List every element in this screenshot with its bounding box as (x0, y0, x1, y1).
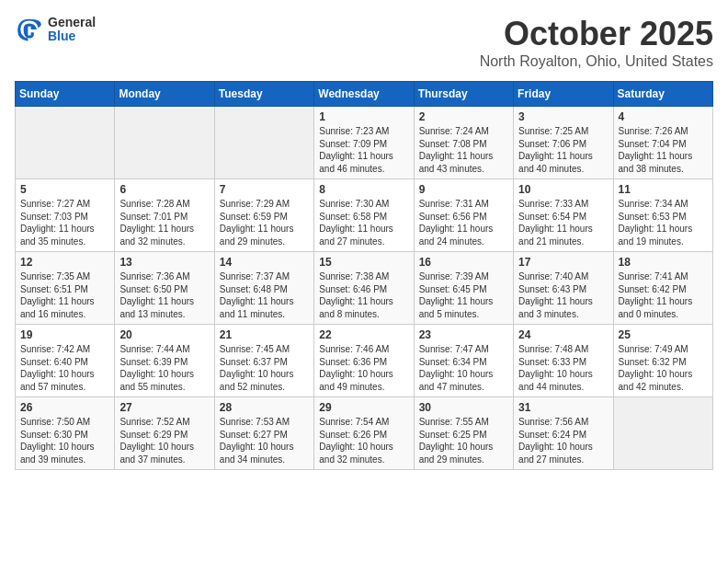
day-info: Sunrise: 7:40 AM Sunset: 6:43 PM Dayligh… (518, 270, 608, 320)
logo-text: General Blue (48, 16, 96, 44)
day-info: Sunrise: 7:26 AM Sunset: 7:04 PM Dayligh… (619, 125, 708, 175)
logo-icon (15, 15, 44, 44)
day-number: 29 (319, 401, 408, 414)
weekday-header-thursday: Thursday (414, 82, 513, 107)
calendar-cell: 3Sunrise: 7:25 AM Sunset: 7:06 PM Daylig… (514, 107, 613, 179)
day-number: 12 (20, 256, 109, 269)
calendar-cell: 15Sunrise: 7:38 AM Sunset: 6:46 PM Dayli… (314, 252, 414, 325)
title-month: October 2025 (480, 15, 713, 53)
calendar-cell: 21Sunrise: 7:45 AM Sunset: 6:37 PM Dayli… (214, 325, 313, 397)
day-number: 26 (20, 401, 109, 414)
day-number: 3 (518, 110, 608, 123)
calendar-cell: 1Sunrise: 7:23 AM Sunset: 7:09 PM Daylig… (314, 107, 414, 179)
weekday-header-friday: Friday (514, 82, 613, 107)
day-info: Sunrise: 7:50 AM Sunset: 6:30 PM Dayligh… (20, 416, 109, 465)
logo-blue: Blue (48, 29, 96, 43)
page-header: General Blue October 2025 North Royalton… (15, 15, 713, 70)
calendar-cell (115, 107, 214, 179)
day-info: Sunrise: 7:44 AM Sunset: 6:39 PM Dayligh… (119, 343, 209, 393)
weekday-header-monday: Monday (115, 82, 214, 107)
day-number: 8 (319, 183, 408, 196)
day-info: Sunrise: 7:29 AM Sunset: 6:59 PM Dayligh… (220, 198, 309, 247)
day-number: 7 (220, 183, 309, 196)
calendar-table: SundayMondayTuesdayWednesdayThursdayFrid… (15, 81, 713, 470)
calendar-cell: 18Sunrise: 7:41 AM Sunset: 6:42 PM Dayli… (613, 252, 712, 325)
day-info: Sunrise: 7:42 AM Sunset: 6:40 PM Dayligh… (20, 343, 109, 393)
calendar-cell: 26Sunrise: 7:50 AM Sunset: 6:30 PM Dayli… (16, 397, 115, 470)
day-info: Sunrise: 7:38 AM Sunset: 6:46 PM Dayligh… (319, 270, 408, 320)
weekday-header-sunday: Sunday (16, 82, 115, 107)
calendar-cell: 20Sunrise: 7:44 AM Sunset: 6:39 PM Dayli… (115, 325, 214, 397)
day-info: Sunrise: 7:35 AM Sunset: 6:51 PM Dayligh… (20, 270, 109, 320)
day-number: 13 (119, 256, 209, 269)
calendar-cell: 22Sunrise: 7:46 AM Sunset: 6:36 PM Dayli… (314, 325, 414, 397)
calendar-cell: 23Sunrise: 7:47 AM Sunset: 6:34 PM Dayli… (414, 325, 513, 397)
calendar-cell: 19Sunrise: 7:42 AM Sunset: 6:40 PM Dayli… (16, 325, 115, 397)
calendar-cell: 24Sunrise: 7:48 AM Sunset: 6:33 PM Dayli… (514, 325, 613, 397)
calendar-cell: 25Sunrise: 7:49 AM Sunset: 6:32 PM Dayli… (613, 325, 712, 397)
day-number: 1 (319, 110, 408, 123)
calendar-cell: 30Sunrise: 7:55 AM Sunset: 6:25 PM Dayli… (414, 397, 513, 470)
day-number: 6 (119, 183, 209, 196)
day-info: Sunrise: 7:53 AM Sunset: 6:27 PM Dayligh… (220, 416, 309, 465)
day-info: Sunrise: 7:55 AM Sunset: 6:25 PM Dayligh… (419, 416, 508, 465)
day-info: Sunrise: 7:52 AM Sunset: 6:29 PM Dayligh… (119, 416, 209, 465)
day-number: 9 (419, 183, 508, 196)
logo: General Blue (15, 15, 96, 44)
day-number: 20 (119, 328, 209, 341)
day-info: Sunrise: 7:48 AM Sunset: 6:33 PM Dayligh… (518, 343, 608, 393)
calendar-cell: 2Sunrise: 7:24 AM Sunset: 7:08 PM Daylig… (414, 107, 513, 179)
calendar-cell (214, 107, 313, 179)
calendar-cell: 9Sunrise: 7:31 AM Sunset: 6:56 PM Daylig… (414, 179, 513, 252)
calendar-cell: 8Sunrise: 7:30 AM Sunset: 6:58 PM Daylig… (314, 179, 414, 252)
day-number: 27 (119, 401, 209, 414)
day-number: 28 (220, 401, 309, 414)
day-number: 11 (619, 183, 708, 196)
calendar-cell: 31Sunrise: 7:56 AM Sunset: 6:24 PM Dayli… (514, 397, 613, 470)
weekday-header-wednesday: Wednesday (314, 82, 414, 107)
day-number: 10 (518, 183, 608, 196)
day-info: Sunrise: 7:45 AM Sunset: 6:37 PM Dayligh… (220, 343, 309, 393)
calendar-cell: 28Sunrise: 7:53 AM Sunset: 6:27 PM Dayli… (214, 397, 313, 470)
calendar-cell (613, 397, 712, 470)
day-info: Sunrise: 7:36 AM Sunset: 6:50 PM Dayligh… (119, 270, 209, 320)
day-info: Sunrise: 7:39 AM Sunset: 6:45 PM Dayligh… (419, 270, 508, 320)
calendar-cell: 29Sunrise: 7:54 AM Sunset: 6:26 PM Dayli… (314, 397, 414, 470)
day-info: Sunrise: 7:31 AM Sunset: 6:56 PM Dayligh… (419, 198, 508, 247)
weekday-header-saturday: Saturday (613, 82, 712, 107)
calendar-cell: 11Sunrise: 7:34 AM Sunset: 6:53 PM Dayli… (613, 179, 712, 252)
day-info: Sunrise: 7:46 AM Sunset: 6:36 PM Dayligh… (319, 343, 408, 393)
calendar-week-2: 5Sunrise: 7:27 AM Sunset: 7:03 PM Daylig… (16, 179, 713, 252)
calendar-week-1: 1Sunrise: 7:23 AM Sunset: 7:09 PM Daylig… (16, 107, 713, 179)
calendar-cell: 7Sunrise: 7:29 AM Sunset: 6:59 PM Daylig… (214, 179, 313, 252)
day-number: 25 (619, 328, 708, 341)
calendar-cell: 12Sunrise: 7:35 AM Sunset: 6:51 PM Dayli… (16, 252, 115, 325)
day-number: 23 (419, 328, 508, 341)
day-number: 24 (518, 328, 608, 341)
day-number: 5 (20, 183, 109, 196)
weekday-header-row: SundayMondayTuesdayWednesdayThursdayFrid… (16, 82, 713, 107)
day-info: Sunrise: 7:24 AM Sunset: 7:08 PM Dayligh… (419, 125, 508, 175)
day-number: 30 (419, 401, 508, 414)
calendar-cell: 4Sunrise: 7:26 AM Sunset: 7:04 PM Daylig… (613, 107, 712, 179)
calendar-week-3: 12Sunrise: 7:35 AM Sunset: 6:51 PM Dayli… (16, 252, 713, 325)
calendar-week-5: 26Sunrise: 7:50 AM Sunset: 6:30 PM Dayli… (16, 397, 713, 470)
day-number: 19 (20, 328, 109, 341)
calendar-cell: 16Sunrise: 7:39 AM Sunset: 6:45 PM Dayli… (414, 252, 513, 325)
day-number: 4 (619, 110, 708, 123)
day-info: Sunrise: 7:23 AM Sunset: 7:09 PM Dayligh… (319, 125, 408, 175)
calendar-cell: 6Sunrise: 7:28 AM Sunset: 7:01 PM Daylig… (115, 179, 214, 252)
day-info: Sunrise: 7:49 AM Sunset: 6:32 PM Dayligh… (619, 343, 708, 393)
day-info: Sunrise: 7:56 AM Sunset: 6:24 PM Dayligh… (518, 416, 608, 465)
day-info: Sunrise: 7:25 AM Sunset: 7:06 PM Dayligh… (518, 125, 608, 175)
day-info: Sunrise: 7:28 AM Sunset: 7:01 PM Dayligh… (119, 198, 209, 247)
day-info: Sunrise: 7:41 AM Sunset: 6:42 PM Dayligh… (619, 270, 708, 320)
calendar-cell: 13Sunrise: 7:36 AM Sunset: 6:50 PM Dayli… (115, 252, 214, 325)
day-info: Sunrise: 7:30 AM Sunset: 6:58 PM Dayligh… (319, 198, 408, 247)
day-number: 18 (619, 256, 708, 269)
day-number: 31 (518, 401, 608, 414)
logo-general: General (48, 16, 96, 29)
day-info: Sunrise: 7:27 AM Sunset: 7:03 PM Dayligh… (20, 198, 109, 247)
calendar-cell: 27Sunrise: 7:52 AM Sunset: 6:29 PM Dayli… (115, 397, 214, 470)
day-info: Sunrise: 7:54 AM Sunset: 6:26 PM Dayligh… (319, 416, 408, 465)
